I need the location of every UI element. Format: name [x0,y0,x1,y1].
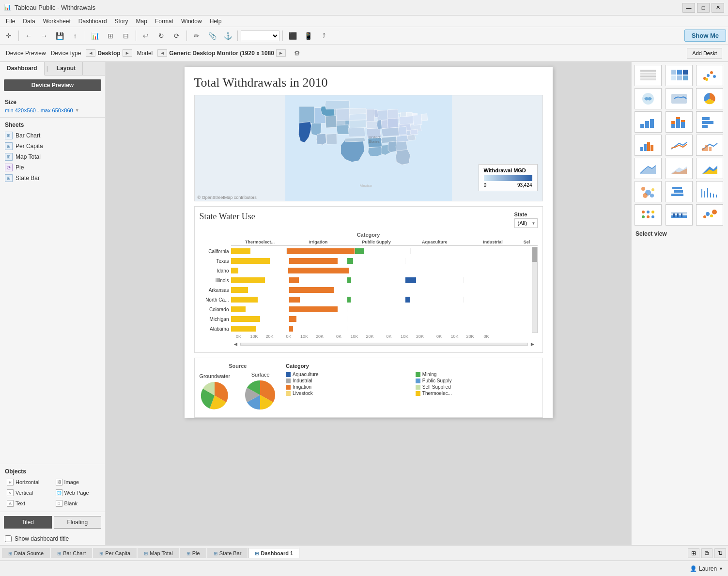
sheet-pie[interactable]: ◔ Pie [5,162,100,173]
scroll-left-btn[interactable]: ◄ [231,341,241,348]
add-sheet-btn[interactable]: ⊞ [688,548,699,558]
toolbar-back[interactable]: ← [22,30,35,42]
toolbar-device[interactable]: 📱 [301,30,315,42]
chart-type-text-table[interactable] [635,65,662,86]
object-blank[interactable]: □ Blank [54,499,101,508]
chart-type-gantt[interactable] [666,181,693,202]
toolbar-undo[interactable]: ↩ [139,30,153,42]
floating-button[interactable]: Floating [54,516,102,529]
chart-type-special1[interactable] [635,204,662,226]
toolbar-share[interactable]: ⤴ [317,30,330,42]
toolbar-save[interactable]: 💾 [53,30,66,42]
tab-dashboard1[interactable]: ⊞ Dashboard 1 [248,548,299,558]
chart-type-scatter[interactable] [696,65,723,86]
minimize-button[interactable]: — [682,3,695,13]
chart-type-histogram[interactable] [696,181,723,202]
chart-type-bar3[interactable] [696,111,723,133]
toolbar-pin[interactable]: 📎 [205,30,219,42]
object-horizontal[interactable]: H Horizontal [5,478,52,486]
chart-type-map2[interactable] [666,88,693,109]
object-webpage[interactable]: 🌐 Web Page [54,488,101,497]
chart-type-dual3[interactable] [696,135,723,156]
table-row: Colorado [200,305,538,314]
state-filter-dropdown[interactable]: (All) [514,218,538,228]
tab-map-total[interactable]: ⊞ Map Total [138,548,179,558]
chart-type-bar1[interactable] [635,111,662,133]
device-preview-btn[interactable]: Device Preview [4,79,101,91]
chart-type-special2[interactable] [666,204,693,226]
scroll-right-btn[interactable]: ► [528,341,538,348]
chart-type-pie[interactable] [696,88,723,109]
device-type-next[interactable]: ► [123,49,132,57]
user-dropdown[interactable]: ▼ [719,566,723,571]
menu-map[interactable]: Map [132,17,151,26]
tab-dashboard[interactable]: Dashboard [0,62,45,76]
chart-type-dual1[interactable] [635,135,662,156]
sheet-state-bar[interactable]: ⊞ State Bar [5,173,100,183]
sheet-map-total[interactable]: ⊞ Map Total [5,152,100,162]
sheet-per-capita[interactable]: ⊞ Per Capita [5,141,100,152]
device-settings[interactable]: ⚙ [291,47,304,60]
toolbar-view[interactable]: ⬛ [286,30,299,42]
chart-type-area2[interactable] [666,158,693,179]
maximize-button[interactable]: □ [697,3,710,13]
chart-type-special3[interactable] [696,204,723,226]
chart-type-dual2[interactable] [666,135,693,156]
horiz-scroll-track[interactable] [240,343,527,346]
object-vertical[interactable]: V Vertical [5,488,52,497]
chart-type-bar2[interactable] [666,111,693,133]
size-value[interactable]: min 420×560 - max 650×860 [5,107,73,113]
chart-type-highlight[interactable] [666,65,693,86]
tab-bar-chart[interactable]: ⊞ Bar Chart [51,548,92,558]
tab-barchart-label: Bar Chart [63,550,86,556]
tab-layout[interactable]: Layout [50,62,83,75]
canvas-scroll[interactable]: Total Withdrawals in 2010 [106,62,631,545]
sheet-bar-chart[interactable]: ⊞ Bar Chart [5,130,100,141]
model-prev[interactable]: ◄ [157,49,167,57]
toolbar-chart2[interactable]: ⊞ [104,30,117,42]
object-image[interactable]: 🖼 Image [54,478,101,486]
bar-section-title: State Water Use [200,212,255,222]
show-me-button[interactable]: Show Me [684,30,726,42]
vert-scroll-thumb[interactable] [532,247,537,262]
tab-per-capita[interactable]: ⊞ Per Capita [93,548,137,558]
model-next[interactable]: ► [276,49,286,57]
menu-story[interactable]: Story [111,17,132,26]
menu-help[interactable]: Help [206,17,226,26]
object-text[interactable]: A Text [5,499,52,508]
svg-point-115 [642,215,645,218]
toolbar-mark[interactable]: ✏ [190,30,203,42]
tiled-button[interactable]: Tiled [4,516,52,529]
toolbar-redo[interactable]: ↻ [155,30,168,42]
chart-type-area1[interactable] [635,158,662,179]
chart-type-map1[interactable] [635,88,662,109]
chart-type-area3[interactable] [696,158,723,179]
toolbar-dropdown[interactable] [241,30,279,41]
toolbar-chart[interactable]: 📊 [88,30,102,42]
device-type-prev[interactable]: ◄ [86,49,95,57]
toolbar-forward[interactable]: → [37,30,51,42]
toolbar-pointer[interactable]: ✛ [2,30,15,42]
menu-format[interactable]: Format [151,17,177,26]
toolbar-publish[interactable]: ↑ [68,30,82,42]
menu-dashboard[interactable]: Dashboard [75,17,111,26]
show-title-checkbox[interactable] [5,535,12,542]
add-desktop-button[interactable]: Add Deskt [687,48,722,59]
toolbar-fix[interactable]: ⚓ [221,30,234,42]
menu-window[interactable]: Window [177,17,206,26]
sort-sheets-btn[interactable]: ⇅ [714,548,726,558]
menu-file[interactable]: File [2,17,19,26]
tab-pie[interactable]: ⊞ Pie [180,548,206,558]
toolbar-redo2[interactable]: ⟳ [170,30,184,42]
duplicate-sheet-btn[interactable]: ⧉ [701,548,713,558]
tab-state-bar[interactable]: ⊞ State Bar [207,548,248,558]
tab-data-source[interactable]: ⊞ Data Source [2,548,50,558]
toolbar-chart3[interactable]: ⊟ [119,30,133,42]
horizontal-icon: H [7,479,14,485]
menu-data[interactable]: Data [19,17,39,26]
show-title-row[interactable]: Show dashboard title [0,532,105,545]
vert-scrollbar[interactable] [532,247,538,333]
chart-type-scatter2[interactable] [635,181,662,202]
menu-worksheet[interactable]: Worksheet [39,17,75,26]
close-button[interactable]: ✕ [712,3,724,13]
